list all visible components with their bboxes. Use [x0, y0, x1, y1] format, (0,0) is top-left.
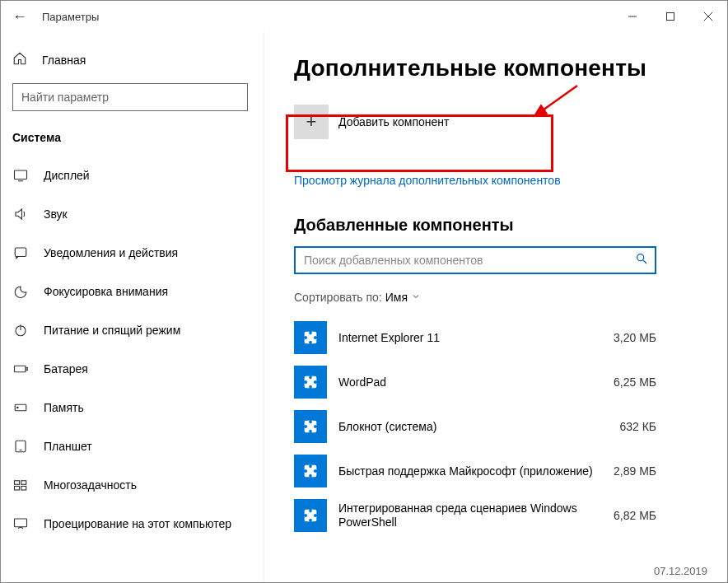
display-icon [12, 168, 29, 183]
chevron-down-icon [411, 291, 421, 304]
sidebar-item-focus[interactable]: Фокусировка внимания [12, 272, 264, 310]
feature-icon [294, 366, 327, 399]
nav-label: Звук [44, 208, 68, 221]
sort-dropdown[interactable]: Сортировать по: Имя [294, 291, 702, 304]
focus-icon [12, 284, 29, 299]
close-button[interactable] [689, 3, 727, 30]
sidebar-item-storage[interactable]: Память [12, 388, 264, 427]
back-button[interactable]: ← [12, 8, 27, 26]
svg-rect-6 [15, 170, 27, 180]
svg-rect-19 [15, 486, 20, 490]
sidebar-item-power[interactable]: Питание и спящий режим [12, 310, 264, 349]
feature-size: 6,25 МБ [614, 375, 656, 389]
window-title: Параметры [42, 11, 99, 23]
svg-point-23 [637, 254, 644, 261]
feature-item[interactable]: Блокнот (система) 632 КБ [294, 404, 656, 449]
svg-rect-8 [15, 248, 26, 257]
project-icon [12, 516, 29, 531]
power-icon [12, 323, 29, 338]
minimize-button[interactable] [614, 3, 651, 30]
sort-value: Имя [385, 291, 408, 304]
search-features-input[interactable]: Поиск добавленных компонентов [294, 246, 656, 274]
feature-name: Internet Explorer 11 [338, 331, 602, 345]
svg-rect-11 [15, 366, 26, 372]
svg-point-14 [17, 407, 19, 408]
feature-size: 3,20 МБ [614, 331, 656, 344]
date-label: 07.12.2019 [654, 565, 707, 577]
feature-size: 2,89 МБ [614, 464, 656, 478]
sort-label: Сортировать по: [294, 291, 382, 304]
sidebar-item-multitasking[interactable]: Многозадачность [12, 465, 264, 504]
svg-rect-1 [667, 13, 674, 21]
feature-name: Интегрированная среда сценариев Windows … [338, 501, 602, 529]
nav-label: Память [44, 401, 84, 414]
feature-name: Блокнот (система) [338, 420, 608, 434]
feature-size: 632 КБ [619, 420, 656, 433]
add-feature-button[interactable]: + Добавить компонент [294, 101, 558, 142]
storage-icon [12, 400, 29, 415]
search-icon [227, 89, 240, 105]
page-title: Дополнительные компоненты [294, 55, 702, 82]
battery-icon [12, 361, 29, 376]
home-button[interactable]: Главная [12, 42, 264, 78]
nav-label: Проецирование на этот компьютер [44, 517, 231, 530]
sidebar-item-projecting[interactable]: Проецирование на этот компьютер [12, 504, 264, 543]
feature-icon [294, 321, 327, 354]
feature-icon [294, 499, 327, 532]
svg-rect-18 [21, 480, 26, 484]
sound-icon [12, 207, 29, 222]
search-icon [635, 252, 648, 268]
section-heading: Система [12, 131, 264, 144]
feature-item[interactable]: Быстрая поддержка Майкрософт (приложение… [294, 449, 656, 493]
svg-rect-17 [15, 480, 20, 484]
feature-item[interactable]: WordPad 6,25 МБ [294, 360, 656, 404]
feature-name: WordPad [338, 375, 602, 389]
maximize-button[interactable] [651, 3, 689, 30]
svg-line-24 [643, 260, 646, 264]
tablet-icon [12, 439, 29, 454]
sidebar-item-sound[interactable]: Звук [12, 194, 264, 233]
svg-line-5 [236, 97, 239, 100]
multitasking-icon [12, 478, 29, 492]
svg-rect-21 [15, 519, 27, 527]
home-label: Главная [42, 54, 86, 67]
svg-rect-12 [26, 367, 28, 370]
search-settings-input[interactable]: Найти параметр [12, 83, 248, 111]
plus-icon: + [294, 105, 329, 139]
home-icon [12, 51, 27, 69]
sidebar-item-battery[interactable]: Батарея [12, 349, 264, 388]
svg-point-4 [230, 91, 236, 98]
feature-name: Быстрая поддержка Майкрософт (приложение… [338, 464, 602, 478]
feature-icon [294, 410, 327, 443]
feature-item[interactable]: Интегрированная среда сценариев Windows … [294, 493, 656, 538]
add-feature-label: Добавить компонент [338, 115, 449, 128]
feature-item[interactable]: Internet Explorer 11 3,20 МБ [294, 315, 656, 360]
nav-label: Фокусировка внимания [44, 285, 168, 298]
nav-label: Многозадачность [44, 478, 137, 492]
nav-label: Батарея [44, 362, 88, 375]
search-placeholder: Найти параметр [21, 91, 109, 104]
nav-label: Уведомления и действия [44, 246, 178, 259]
nav-label: Дисплей [44, 169, 90, 182]
sidebar-item-tablet[interactable]: Планшет [12, 427, 264, 465]
sidebar-item-display[interactable]: Дисплей [12, 156, 264, 194]
notification-icon [12, 245, 29, 260]
nav-label: Питание и спящий режим [44, 324, 180, 337]
sidebar-item-notifications[interactable]: Уведомления и действия [12, 233, 264, 272]
nav-label: Планшет [44, 440, 92, 453]
search-features-placeholder: Поиск добавленных компонентов [304, 254, 483, 267]
feature-icon [294, 455, 327, 487]
installed-heading: Добавленные компоненты [294, 216, 702, 235]
feature-size: 6,82 МБ [614, 509, 656, 522]
feature-history-link[interactable]: Просмотр журнала дополнительных компонен… [294, 174, 561, 187]
svg-rect-20 [21, 486, 26, 490]
